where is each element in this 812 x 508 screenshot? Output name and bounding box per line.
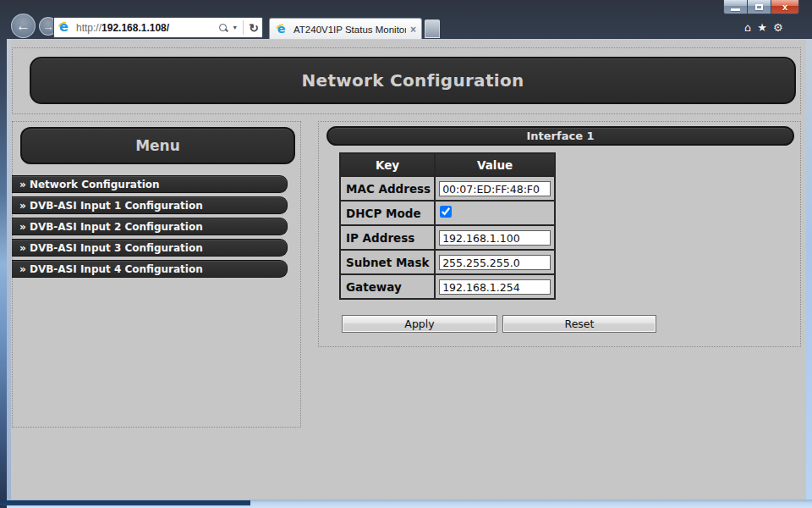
refresh-icon[interactable]: ↻ bbox=[249, 22, 259, 34]
browser-titlebar: ← → e http://192.168.1.108/ ▼ ↻ e AT240V bbox=[7, 0, 812, 40]
table-row: IP Address bbox=[340, 225, 555, 250]
sidebar-item-dvb-asi-input-4[interactable]: » DVB-ASI Input 4 Configuration bbox=[12, 260, 288, 278]
favorites-star-icon[interactable]: ★ bbox=[757, 21, 767, 34]
tab-title: AT240V1IP Status Monitor -... bbox=[294, 25, 406, 35]
table-header-row: Key Value bbox=[340, 153, 555, 176]
tools-gear-icon[interactable]: ⚙ bbox=[773, 21, 783, 34]
back-button[interactable]: ← bbox=[11, 14, 36, 38]
ip-address-label: IP Address bbox=[340, 225, 435, 250]
interface-title: Interface 1 bbox=[526, 130, 594, 142]
page-title-bar: Network Configuration bbox=[30, 57, 796, 104]
sidebar-item-network-configuration[interactable]: » Network Configuration bbox=[12, 175, 288, 193]
tab-ie-icon: e bbox=[276, 23, 288, 36]
minimize-icon bbox=[731, 8, 740, 11]
value-column-header: Value bbox=[435, 153, 555, 176]
subnet-mask-label: Subnet Mask bbox=[340, 250, 435, 274]
interface-table: Key Value MAC Address DHCP Mode IP Addre… bbox=[339, 152, 556, 300]
dhcp-mode-label: DHCP Mode bbox=[340, 201, 435, 225]
taskbar-fragment bbox=[0, 500, 250, 505]
close-button[interactable]: x bbox=[771, 0, 799, 14]
mac-address-field[interactable] bbox=[439, 181, 551, 196]
ie-icon: e bbox=[58, 20, 72, 35]
apply-button[interactable]: Apply bbox=[342, 315, 497, 333]
forward-icon: → bbox=[43, 20, 54, 33]
window-border-right bbox=[806, 40, 812, 500]
table-row: DHCP Mode bbox=[340, 201, 555, 225]
ip-address-field[interactable] bbox=[439, 230, 551, 246]
browser-tab[interactable]: e AT240V1IP Status Monitor -... × bbox=[269, 18, 422, 40]
dhcp-mode-checkbox[interactable] bbox=[440, 206, 452, 218]
close-icon: x bbox=[782, 2, 787, 12]
screen: ← → e http://192.168.1.108/ ▼ ↻ e AT240V bbox=[0, 0, 812, 508]
subnet-mask-field[interactable] bbox=[439, 255, 551, 270]
maximize-icon bbox=[755, 4, 763, 10]
gateway-label: Gateway bbox=[340, 274, 435, 299]
menu-title-bar: Menu bbox=[20, 127, 295, 164]
page-title: Network Configuration bbox=[301, 70, 524, 91]
table-row: Subnet Mask bbox=[340, 250, 555, 274]
reset-button[interactable]: Reset bbox=[502, 315, 656, 333]
window-controls: x bbox=[723, 0, 799, 14]
new-tab-button[interactable] bbox=[425, 19, 440, 38]
menu-panel: Menu » Network Configuration » DVB-ASI I… bbox=[12, 121, 301, 428]
tab-close-icon[interactable]: × bbox=[410, 24, 416, 36]
home-icon[interactable]: ⌂ bbox=[744, 21, 751, 34]
interface-panel: Interface 1 Key Value MAC Address DHCP M… bbox=[318, 121, 801, 347]
table-row: Gateway bbox=[340, 274, 555, 299]
back-icon: ← bbox=[16, 18, 30, 35]
url-text[interactable]: http://192.168.1.108/ bbox=[76, 22, 218, 34]
maximize-button[interactable] bbox=[748, 0, 771, 14]
minimize-button[interactable] bbox=[723, 0, 748, 14]
gateway-field[interactable] bbox=[439, 279, 551, 295]
search-icon[interactable] bbox=[218, 23, 228, 33]
menu-title: Menu bbox=[135, 137, 180, 154]
divider bbox=[243, 20, 244, 35]
sidebar-item-dvb-asi-input-2[interactable]: » DVB-ASI Input 2 Configuration bbox=[12, 218, 288, 235]
command-bar: ⌂ ★ ⚙ bbox=[744, 21, 783, 34]
key-column-header: Key bbox=[340, 153, 435, 176]
table-row: MAC Address bbox=[340, 176, 555, 201]
sidebar-item-dvb-asi-input-3[interactable]: » DVB-ASI Input 3 Configuration bbox=[12, 239, 288, 257]
address-bar[interactable]: e http://192.168.1.108/ ▼ ↻ bbox=[53, 17, 263, 38]
chevron-down-icon[interactable]: ▼ bbox=[232, 25, 238, 30]
sidebar-item-dvb-asi-input-1[interactable]: » DVB-ASI Input 1 Configuration bbox=[12, 196, 288, 214]
mac-address-label: MAC Address bbox=[340, 176, 435, 201]
web-page: Network Configuration Menu » Network Con… bbox=[11, 40, 806, 500]
interface-title-bar: Interface 1 bbox=[326, 126, 794, 146]
header-panel: Network Configuration bbox=[12, 47, 801, 114]
